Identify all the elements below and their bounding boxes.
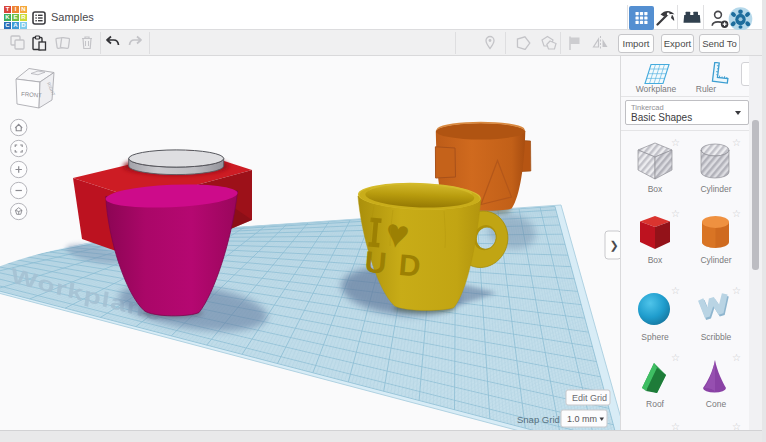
svg-text:Snap Grid: Snap Grid (517, 414, 560, 425)
svg-text:1.0 mm: 1.0 mm (567, 414, 597, 424)
svg-text:❯: ❯ (610, 239, 619, 252)
svg-text:U: U (363, 245, 387, 280)
svg-text:D: D (397, 248, 421, 283)
svg-text:Edit Grid: Edit Grid (572, 393, 607, 403)
